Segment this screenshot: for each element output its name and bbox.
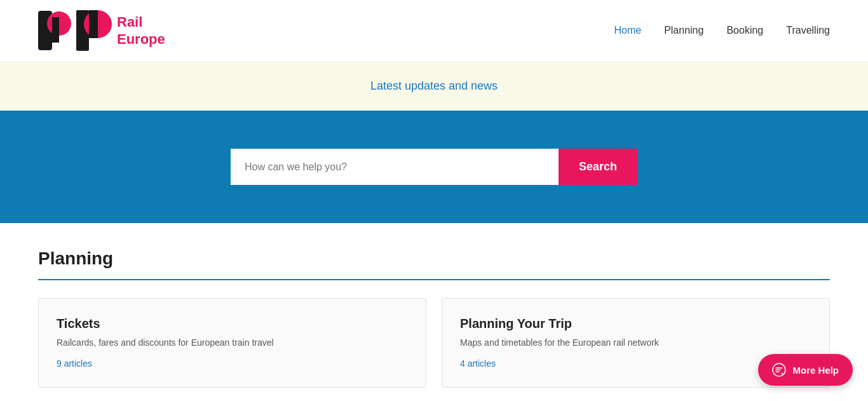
card-trip-title: Planning Your Trip: [460, 316, 811, 331]
main-nav: Home Planning Booking Travelling: [614, 25, 830, 36]
nav-booking[interactable]: Booking: [726, 25, 763, 36]
svg-rect-10: [89, 15, 98, 33]
card-tickets-articles-link[interactable]: 9 articles: [57, 358, 92, 369]
header: Rail Europe Home Planning Booking Travel…: [0, 0, 868, 62]
nav-planning[interactable]: Planning: [664, 25, 703, 36]
search-hero: Search: [0, 111, 868, 223]
card-trip-articles-link[interactable]: 4 articles: [460, 358, 496, 369]
more-help-button[interactable]: More Help: [758, 354, 853, 386]
search-button[interactable]: Search: [559, 149, 637, 185]
card-tickets-title: Tickets: [57, 316, 408, 331]
logo: Rail Europe: [38, 10, 165, 51]
chat-icon: [772, 363, 786, 377]
search-input[interactable]: [231, 149, 559, 185]
card-tickets: Tickets Railcards, fares and discounts f…: [38, 298, 426, 388]
card-trip-description: Maps and timetables for the European rai…: [460, 337, 811, 348]
news-banner-link[interactable]: Latest updates and news: [370, 79, 498, 92]
more-help-label: More Help: [792, 365, 839, 376]
search-form: Search: [231, 149, 637, 185]
planning-section-title: Planning: [38, 248, 830, 269]
section-divider: [38, 279, 830, 280]
card-tickets-description: Railcards, fares and discounts for Europ…: [57, 337, 408, 348]
nav-home[interactable]: Home: [614, 25, 641, 36]
nav-travelling[interactable]: Travelling: [786, 25, 830, 36]
logo-icon: [38, 11, 71, 50]
planning-cards: Tickets Railcards, fares and discounts f…: [38, 298, 830, 388]
rail-europe-logo-icon: [76, 10, 112, 51]
main-content: Planning Tickets Railcards, fares and di…: [0, 223, 868, 401]
news-banner: Latest updates and news: [0, 62, 868, 111]
logo-text: Rail Europe: [117, 13, 165, 48]
